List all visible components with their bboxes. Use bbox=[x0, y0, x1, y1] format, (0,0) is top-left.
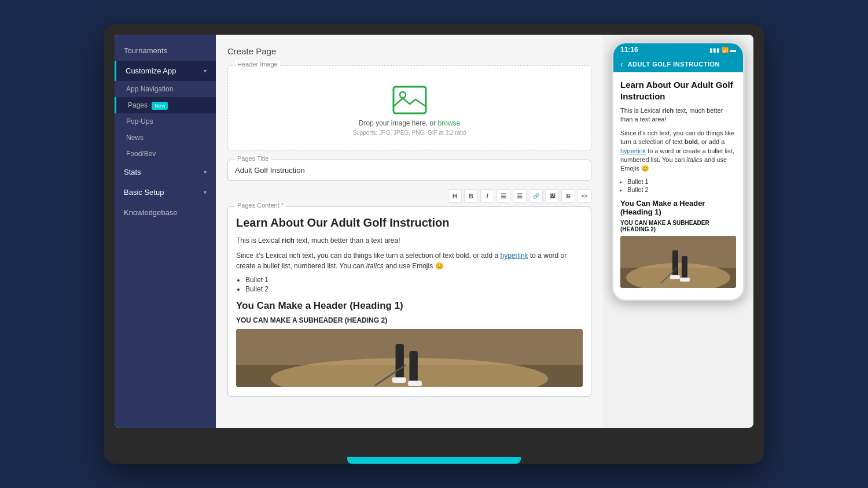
phone-content-h2: You Can Make a Header (Heading 1) bbox=[620, 199, 736, 216]
sidebar-item-basic-setup[interactable]: Basic Setup ▾ bbox=[115, 182, 216, 202]
toolbar-ordered-list-button[interactable]: ☰ bbox=[513, 189, 527, 203]
phone-back-button[interactable]: ‹ bbox=[620, 60, 623, 69]
content-heading-3: YOU CAN MAKE A SUBHEADER (HEADING 2) bbox=[236, 316, 583, 324]
sidebar-item-pages[interactable]: Pages New bbox=[115, 97, 216, 113]
pages-badge: New bbox=[152, 102, 168, 110]
phone-golf-image bbox=[620, 236, 736, 288]
upload-supports-text: Supports: JPG, JPEG, PNG, GIF at 3:2 rat… bbox=[352, 130, 466, 136]
wifi-icon: 📶 bbox=[722, 47, 729, 53]
content-heading-1: Learn About Our Adult Golf Instruction bbox=[236, 216, 583, 230]
phone-preview: 11:16 ▮▮▮ 📶 ▬ ‹ ADULT GOLF INSTRUCTION L… bbox=[603, 35, 753, 428]
content-editor[interactable]: Learn About Our Adult Golf Instruction T… bbox=[228, 207, 591, 396]
pages-content-box: Pages Content * Learn About Our Adult Go… bbox=[227, 206, 591, 397]
svg-rect-0 bbox=[393, 87, 426, 113]
phone-content-h1: Learn About Our Adult Golf Instruction bbox=[620, 79, 736, 102]
toolbar-strikethrough-button[interactable]: S bbox=[561, 189, 575, 203]
sidebar-item-knowledgebase[interactable]: Knowledgebase bbox=[115, 202, 216, 223]
upload-text: Drop your image here, or browse bbox=[359, 119, 460, 127]
page-title: Create Page bbox=[227, 46, 591, 56]
content-paragraph-2: Since it's Lexical rich text, you can do… bbox=[236, 250, 583, 271]
svg-rect-8 bbox=[392, 378, 406, 383]
sidebar-item-stats[interactable]: Stats ▾ bbox=[115, 162, 216, 182]
phone-content-h3: YOU CAN MAKE A SUBHEADER (HEADING 2) bbox=[620, 220, 736, 232]
laptop-frame: Tournaments Customize App ▾ App Navigati… bbox=[104, 24, 764, 464]
svg-rect-5 bbox=[396, 344, 404, 379]
svg-rect-16 bbox=[670, 275, 680, 279]
toolbar-link-button[interactable]: 🔗 bbox=[529, 189, 543, 203]
svg-rect-14 bbox=[682, 256, 687, 279]
pages-content-label: Pages Content * bbox=[235, 202, 286, 209]
browse-link[interactable]: browse bbox=[438, 119, 461, 127]
phone-content: Learn About Our Adult Golf Instruction T… bbox=[613, 72, 743, 300]
phone-bullet-list: Bullet 1 Bullet 2 bbox=[627, 178, 736, 193]
sidebar: Tournaments Customize App ▾ App Navigati… bbox=[115, 35, 216, 428]
main-content: Create Page Header Image Drop your image… bbox=[216, 35, 603, 428]
toolbar-bold-button[interactable]: B bbox=[464, 189, 478, 203]
svg-rect-6 bbox=[410, 351, 418, 382]
svg-rect-9 bbox=[408, 381, 422, 387]
phone-time: 11:16 bbox=[620, 46, 638, 54]
sidebar-item-news[interactable]: News bbox=[115, 130, 216, 146]
laptop-screen: Tournaments Customize App ▾ App Navigati… bbox=[115, 35, 753, 428]
pages-title-label: Pages Title bbox=[235, 155, 271, 162]
toolbar-unordered-list-button[interactable]: ☰ bbox=[496, 189, 510, 203]
chevron-down-icon: ▾ bbox=[204, 68, 207, 74]
toolbar-italic-button[interactable]: I bbox=[480, 189, 494, 203]
header-image-upload-box: Header Image Drop your image here, or br… bbox=[227, 65, 591, 150]
sidebar-item-customize-app[interactable]: Customize App ▾ bbox=[115, 61, 216, 81]
sidebar-item-popups[interactable]: Pop-Ups bbox=[115, 113, 216, 130]
phone-nav-bar: ‹ ADULT GOLF INSTRUCTION bbox=[613, 56, 743, 72]
chevron-down-icon: ▾ bbox=[204, 169, 207, 175]
content-paragraph-1: This is Lexical rich text, much better t… bbox=[236, 235, 583, 246]
bullet-list: Bullet 1 Bullet 2 bbox=[245, 276, 583, 293]
toolbar-heading-button[interactable]: H bbox=[448, 189, 462, 203]
content-golf-image bbox=[236, 329, 583, 387]
app-layout: Tournaments Customize App ▾ App Navigati… bbox=[115, 35, 753, 428]
editor-toolbar: H B I ☰ ☰ 🔗 🖼 S bbox=[227, 189, 591, 203]
toolbar-image-button[interactable]: 🖼 bbox=[545, 189, 559, 203]
phone-content-p2: Since it's rich text, you can do things … bbox=[620, 129, 736, 173]
phone-bullet-2: Bullet 2 bbox=[627, 186, 736, 193]
toolbar-code-button[interactable]: <> bbox=[578, 189, 591, 203]
phone-status-bar: 11:16 ▮▮▮ 📶 ▬ bbox=[613, 43, 743, 56]
laptop-base bbox=[347, 457, 521, 464]
upload-area[interactable]: Drop your image here, or browse Supports… bbox=[236, 74, 583, 142]
pages-title-box: Pages Title bbox=[227, 160, 591, 181]
sidebar-item-app-navigation[interactable]: App Navigation bbox=[115, 81, 216, 97]
battery-icon: ▬ bbox=[730, 47, 736, 53]
header-image-label: Header Image bbox=[235, 61, 280, 68]
phone-bullet-1: Bullet 1 bbox=[627, 178, 736, 185]
image-placeholder-icon bbox=[392, 86, 427, 114]
phone-status-icons: ▮▮▮ 📶 ▬ bbox=[709, 47, 736, 53]
bullet-item-2: Bullet 2 bbox=[245, 285, 583, 293]
phone-content-p1: This is Lexical rich text, much better t… bbox=[620, 106, 736, 124]
content-heading-2: You Can Make a Header (Heading 1) bbox=[236, 300, 583, 312]
phone-frame: 11:16 ▮▮▮ 📶 ▬ ‹ ADULT GOLF INSTRUCTION L… bbox=[612, 42, 745, 301]
svg-rect-17 bbox=[680, 278, 690, 282]
svg-rect-13 bbox=[672, 250, 678, 276]
bullet-item-1: Bullet 1 bbox=[245, 276, 583, 284]
sidebar-item-food-bev[interactable]: Food/Bev bbox=[115, 146, 216, 162]
phone-nav-title: ADULT GOLF INSTRUCTION bbox=[628, 61, 720, 68]
chevron-down-icon: ▾ bbox=[204, 189, 207, 195]
signal-icon: ▮▮▮ bbox=[709, 47, 720, 53]
pages-title-input[interactable] bbox=[235, 160, 584, 180]
svg-point-1 bbox=[400, 92, 406, 98]
sidebar-item-tournaments[interactable]: Tournaments bbox=[115, 40, 216, 61]
